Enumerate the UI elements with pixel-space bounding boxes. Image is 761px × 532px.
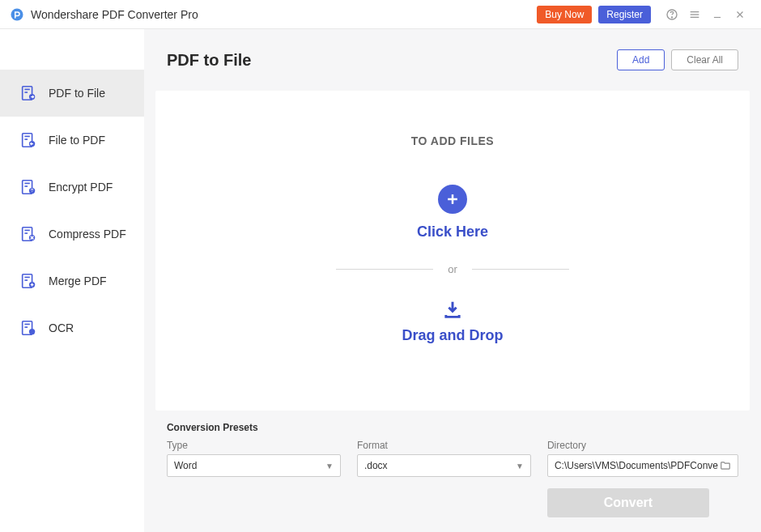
convert-button[interactable]: Convert — [547, 488, 709, 517]
minimize-icon[interactable] — [706, 3, 729, 26]
browse-folder-button[interactable] — [718, 458, 733, 473]
folder-icon — [720, 460, 731, 471]
download-icon — [441, 298, 464, 321]
page-header: PDF to File Add Clear All — [144, 29, 761, 91]
add-files-heading: TO ADD FILES — [411, 134, 494, 147]
sidebar-item-pdf-to-file[interactable]: PDF to File — [0, 70, 144, 117]
click-here-link[interactable]: Click Here — [417, 223, 488, 240]
sidebar: PDF to File File to PDF Encrypt PDF Comp… — [0, 29, 144, 532]
directory-label: Directory — [547, 440, 738, 451]
content-area: PDF to File Add Clear All TO ADD FILES C… — [144, 29, 761, 532]
menu-icon[interactable] — [683, 3, 706, 26]
add-files-plus-button[interactable] — [438, 185, 467, 214]
chevron-down-icon: ▼ — [516, 462, 524, 470]
presets-title: Conversion Presets — [167, 422, 738, 433]
sidebar-item-label: Encrypt PDF — [49, 181, 113, 194]
close-icon[interactable] — [729, 3, 751, 26]
app-title: Wondershare PDF Converter Pro — [31, 8, 198, 21]
pdf-to-file-icon — [19, 84, 37, 102]
merge-pdf-icon — [19, 272, 37, 290]
sidebar-item-compress-pdf[interactable]: Compress PDF — [0, 211, 144, 257]
titlebar: Wondershare PDF Converter Pro Buy Now Re… — [0, 0, 761, 29]
conversion-presets: Conversion Presets Type Word ▼ Format .d… — [144, 411, 761, 532]
sidebar-item-label: Merge PDF — [49, 275, 107, 287]
ocr-icon: A — [19, 319, 37, 337]
help-icon[interactable] — [661, 3, 683, 26]
directory-field[interactable]: C:\Users\VMS\Documents\PDFConve — [547, 454, 738, 477]
type-select[interactable]: Word ▼ — [167, 454, 341, 477]
sidebar-item-label: Compress PDF — [49, 228, 126, 240]
add-button[interactable]: Add — [617, 49, 665, 70]
type-label: Type — [167, 440, 341, 451]
format-select[interactable]: .docx ▼ — [357, 454, 531, 477]
plus-icon — [444, 191, 461, 207]
format-label: Format — [357, 440, 531, 451]
compress-pdf-icon — [19, 225, 37, 243]
sidebar-item-label: OCR — [49, 321, 74, 334]
sidebar-item-file-to-pdf[interactable]: File to PDF — [0, 117, 144, 164]
chevron-down-icon: ▼ — [325, 462, 334, 470]
sidebar-item-label: PDF to File — [49, 87, 105, 100]
drop-zone[interactable]: TO ADD FILES Click Here or Drag and Drop — [155, 91, 750, 411]
svg-rect-21 — [31, 190, 33, 192]
drag-drop-label: Drag and Drop — [402, 327, 503, 344]
sidebar-item-encrypt-pdf[interactable]: Encrypt PDF — [0, 164, 144, 211]
sidebar-item-ocr[interactable]: A OCR — [0, 304, 144, 351]
buy-now-button[interactable]: Buy Now — [537, 6, 592, 23]
page-title: PDF to File — [167, 51, 251, 70]
app-logo-icon — [10, 7, 24, 22]
encrypt-pdf-icon — [19, 178, 37, 196]
clear-all-button[interactable]: Clear All — [671, 49, 738, 70]
or-divider: or — [336, 263, 569, 275]
register-button[interactable]: Register — [598, 6, 651, 23]
file-to-pdf-icon — [19, 131, 37, 149]
sidebar-item-merge-pdf[interactable]: Merge PDF — [0, 257, 144, 304]
sidebar-item-label: File to PDF — [49, 134, 105, 147]
svg-point-0 — [11, 8, 23, 20]
svg-point-2 — [671, 16, 672, 17]
